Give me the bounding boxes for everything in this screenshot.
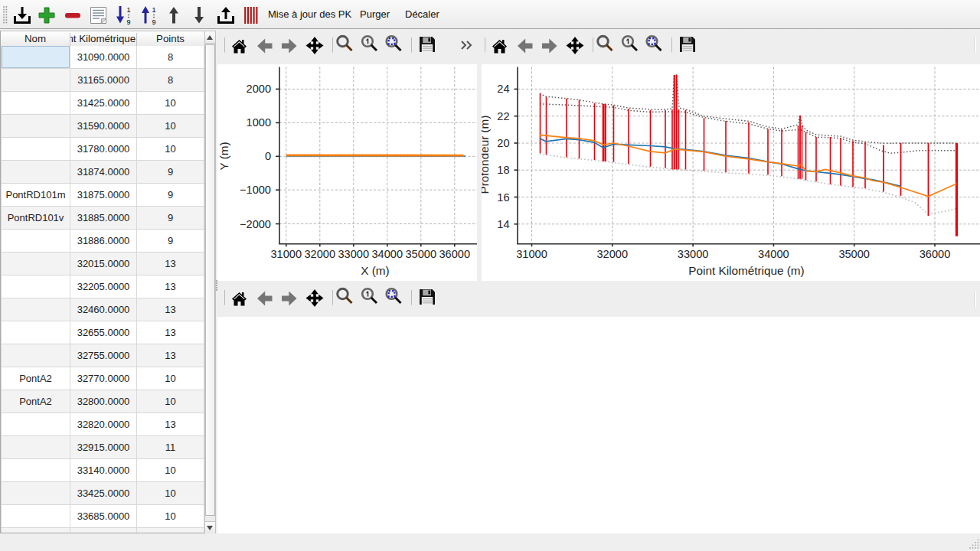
svg-text:1000: 1000 bbox=[247, 116, 271, 129]
svg-text:33000: 33000 bbox=[678, 248, 709, 260]
svg-text:34000: 34000 bbox=[758, 248, 789, 260]
svg-text:24: 24 bbox=[497, 83, 509, 95]
svg-text:35000: 35000 bbox=[838, 248, 870, 260]
svg-text:16: 16 bbox=[497, 191, 509, 204]
svg-text:20: 20 bbox=[497, 137, 509, 149]
svg-text:36000: 36000 bbox=[920, 248, 951, 260]
svg-text:1: 1 bbox=[152, 6, 155, 14]
svg-text:9: 9 bbox=[126, 18, 130, 26]
svg-text:18: 18 bbox=[497, 164, 509, 176]
svg-text:Point Kilométrique (m): Point Kilométrique (m) bbox=[688, 264, 804, 277]
svg-text:35000: 35000 bbox=[406, 248, 437, 260]
svg-text:2000: 2000 bbox=[247, 83, 271, 95]
svg-text:−1000: −1000 bbox=[240, 184, 271, 196]
svg-text:0: 0 bbox=[265, 150, 271, 162]
svg-text:34000: 34000 bbox=[372, 248, 403, 260]
svg-text:31000: 31000 bbox=[516, 248, 547, 260]
svg-text:33000: 33000 bbox=[338, 248, 370, 260]
svg-text:32000: 32000 bbox=[305, 248, 336, 260]
svg-text:−2000: −2000 bbox=[240, 218, 271, 230]
svg-text:Profondeur (m): Profondeur (m) bbox=[482, 116, 491, 194]
svg-text:Y (m): Y (m) bbox=[217, 142, 230, 170]
svg-text:X (m): X (m) bbox=[361, 264, 389, 277]
svg-text:9: 9 bbox=[152, 18, 155, 26]
svg-text:14: 14 bbox=[497, 218, 509, 230]
svg-text:22: 22 bbox=[497, 110, 509, 122]
svg-text:31000: 31000 bbox=[271, 248, 302, 260]
svg-text:1: 1 bbox=[126, 6, 130, 14]
svg-text:32000: 32000 bbox=[597, 248, 629, 260]
svg-text:36000: 36000 bbox=[439, 248, 471, 260]
